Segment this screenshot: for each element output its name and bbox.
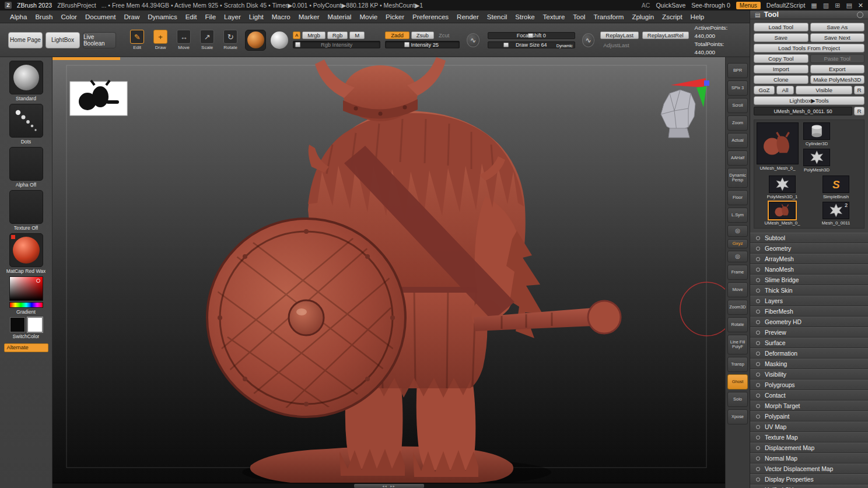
palette-circle-icon[interactable] [857,12,863,18]
menu-item[interactable]: Dynamics [144,12,181,22]
focal-shift-slider[interactable]: Focal Shift 0 [488,32,575,39]
tool-subpalette[interactable]: Texture Map [750,432,868,443]
tool-thumb[interactable]: 2 S [822,202,850,226]
stroke-thumbnail[interactable] [9,104,43,138]
menu-item[interactable]: Document [81,12,120,22]
menu-item[interactable]: Edit [181,12,201,22]
goz-visible-button[interactable]: Visible [796,86,852,94]
shelf-button[interactable] [727,225,748,237]
tool-subpalette[interactable]: Geometry [750,243,868,254]
menu-item[interactable]: Picker [382,12,408,22]
menu-item[interactable]: Draw [120,12,144,22]
rgb-intensity-slider[interactable]: Rgb Intensity [293,41,380,48]
tool-subpalette[interactable]: Masking [750,359,868,369]
alpha-selector[interactable]: Alpha Off [9,147,43,188]
menu-item[interactable]: Material [324,12,356,22]
zsub-button[interactable]: Zsub [411,31,434,39]
goz-button[interactable]: GoZ [754,86,775,94]
load-tools-from-project-button[interactable]: Load Tools From Project [754,44,864,52]
shelf-button[interactable]: Actual [727,133,748,148]
draw-mode-button[interactable]: + Draw [152,30,169,50]
tool-thumb[interactable]: S PolyMesh3D [803,149,830,173]
menu-item[interactable]: Brush [31,12,57,22]
shelf-button[interactable]: Ghost [727,374,748,389]
goz-r-button[interactable]: R [854,86,864,94]
shelf-button[interactable]: Gxyz [727,239,748,248]
tool-palette-header[interactable]: ▤ Tool [750,10,868,19]
dynamic-mode-toggle[interactable]: Dynamic [556,43,573,48]
scrollbar-handle[interactable]: ◂◂ ▸▸ [354,484,424,488]
tool-subpalette[interactable]: Geometry HD [750,317,868,327]
live-boolean-button[interactable]: Live Boolean [83,32,116,48]
hue-bar[interactable] [9,302,43,308]
alpha-thumbnail[interactable] [9,147,43,181]
viking-sculpture[interactable] [207,57,621,487]
current-tool-preview[interactable] [757,122,799,164]
menu-item[interactable]: Marker [295,12,324,22]
tool-subpalette[interactable]: Morph Target [750,401,868,411]
menu-item[interactable]: Zplugin [628,12,658,22]
texture-thumbnail[interactable] [9,190,43,224]
make-polymesh3d-button[interactable]: Make PolyMesh3D [810,75,865,84]
current-material-button[interactable] [245,30,266,51]
menu-item[interactable]: Zscript [658,12,687,22]
default-zscript-button[interactable]: DefaultZScript [766,2,806,9]
menu-item[interactable]: Render [453,12,483,22]
home-page-button[interactable]: Home Page [8,32,43,48]
slider-handle[interactable] [404,42,410,47]
color-cursor[interactable] [36,279,40,283]
tool-subpalette[interactable]: Deformation [750,348,868,359]
tool-subpalette[interactable]: ArrayMesh [750,254,868,264]
secondary-color-swatch[interactable] [27,317,43,332]
stroke-selector[interactable]: Dots [9,104,43,145]
tool-name-r-button[interactable]: R [854,107,864,115]
save-button[interactable]: Save [754,33,808,42]
tool-thumb[interactable]: S Cylinder3D [803,122,830,146]
menus-button[interactable]: Menus [736,2,761,9]
tool-subpalette[interactable]: Vector Displacement Map [750,464,868,474]
tool-subpalette[interactable]: NanoMesh [750,264,868,275]
tool-thumb[interactable]: S SimpleBrush [822,175,849,199]
tool-subpalette[interactable]: Displacement Map [750,443,868,453]
slider-handle[interactable] [503,43,509,47]
shelf-button[interactable]: Zoom3D [727,300,748,315]
menu-item[interactable]: Color [57,12,80,22]
zcut-button[interactable]: Zcut [436,31,452,39]
material-selector[interactable]: MatCap Red Wax [6,233,46,274]
shelf-button[interactable]: BPR [727,63,748,78]
main-color-swatch[interactable] [10,317,25,332]
shelf-button[interactable]: Line Fill PolyF [727,335,748,354]
quicksave-button[interactable]: QuickSave [656,2,685,9]
tool-subpalette[interactable]: Thick Skin [750,285,868,296]
tool-thumb[interactable]: S PolyMesh3D_1 [767,175,798,199]
menu-item[interactable]: Layer [220,12,245,22]
tool-subpalette[interactable]: Slime Bridge [750,275,868,285]
tool-subpalette[interactable]: Unified Skin [750,485,868,488]
load-tool-button[interactable]: Load Tool [754,23,808,31]
edit-mode-button[interactable]: ✎ Edit [128,30,146,50]
tool-subpalette[interactable]: Surface [750,338,868,348]
copy-tool-button[interactable]: Copy Tool [754,54,808,63]
adjust-last-button[interactable]: AdjustLast [600,41,688,49]
current-color-button[interactable] [271,31,288,49]
replay-last-button[interactable]: ReplayLast [600,31,639,39]
z-intensity-slider[interactable]: Z Intensity 25 [385,41,460,48]
slider-handle[interactable] [528,33,533,38]
rgb-button[interactable]: Rgb [327,31,348,39]
goz-all-button[interactable]: All [776,86,794,94]
tool-subpalette[interactable]: Contact [750,390,868,401]
stroke-settings-icon[interactable]: ∿ [582,33,595,47]
tool-subpalette[interactable]: Polypaint [750,411,868,422]
shelf-button[interactable] [727,251,748,262]
clone-button[interactable]: Clone [754,75,808,84]
tool-subpalette[interactable]: Subtool [750,233,868,243]
material-thumbnail[interactable] [9,233,43,267]
shelf-button[interactable]: Floor [727,190,748,205]
zadd-button[interactable]: Zadd [385,31,410,39]
rotate-mode-button[interactable]: ↻ Rotate [222,30,239,50]
close-icon[interactable]: ✕ [858,2,863,9]
lightbox-tools-button[interactable]: Lightbox▶Tools [754,96,864,105]
tool-thumb[interactable]: S UMesh_Mesh_0_ [764,202,800,226]
tool-subpalette[interactable]: FiberMesh [750,306,868,317]
interface-icon[interactable]: ▤ [846,2,852,9]
